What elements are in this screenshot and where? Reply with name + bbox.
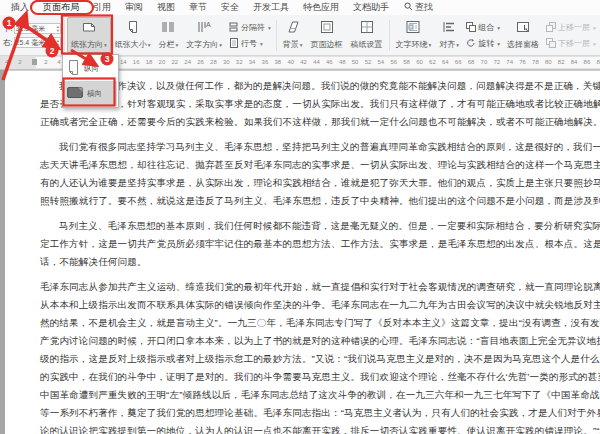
small-button-stack: 上移一层▾下移一层▾	[543, 17, 599, 54]
tab-章节[interactable]: 章节	[182, 0, 214, 15]
ruler-number: 60	[416, 59, 423, 65]
dropdown-arrow-icon: ▾	[219, 42, 222, 48]
ruler-number: 80	[545, 59, 552, 65]
ribbon-button-文字环绕[interactable]: 文字环绕▾	[392, 17, 436, 53]
ribbon-button-label: 下移一层	[558, 38, 590, 49]
tab-审阅[interactable]: 审阅	[118, 0, 150, 15]
ruler-number: 22	[171, 59, 178, 65]
margin-field-1: 右:25.4 毫米▴▾	[3, 37, 61, 48]
margin-field-stepper[interactable]: ▴▾	[57, 25, 59, 32]
document-text-line: 的实践中，在我们的斗争中，证明了是对的。我们的斗争需要马克思主义。我们欢迎这个理…	[40, 368, 600, 386]
icon-wrap	[285, 20, 301, 37]
document-text-line: 是否善于总结经验，针对客观现实，采取实事求是的态度，一切从实际出发。我们只有这样…	[40, 95, 600, 113]
ribbon-button-纸张大小[interactable]: 纸张大小▾	[111, 17, 155, 53]
icon-wrap	[405, 20, 421, 37]
menu-item-横向[interactable]: 横向	[64, 81, 117, 106]
margin-field-value: 31.8 毫米	[16, 24, 46, 34]
margin-field-input[interactable]: 31.8 毫米▴▾	[14, 23, 61, 34]
ribbon-button-组合[interactable]: 组合▾	[466, 22, 500, 34]
portrait-page-icon	[67, 59, 80, 78]
paragraph-2: 我们党有很多同志坚持学习马列主义、毛泽东思想，坚持把马列主义的普遍真理同革命实践…	[40, 138, 600, 210]
ruler-number: 32	[236, 59, 243, 65]
ribbon-button-文字方向[interactable]: A文字方向▾	[182, 17, 226, 53]
rotate-icon	[466, 38, 476, 50]
tab-特色应用[interactable]: 特色应用	[296, 0, 346, 15]
indent-marker[interactable]	[32, 59, 37, 65]
menu-item-纵向[interactable]: 纵向	[64, 56, 117, 81]
find-label: 查找	[415, 1, 433, 14]
ribbon-button-行号[interactable]: 行号▾	[229, 38, 271, 50]
dropdown-arrow-icon: ▾	[148, 42, 151, 48]
margin-field-stepper[interactable]: ▴▾	[57, 39, 59, 46]
move-down-layer-icon	[546, 38, 556, 50]
ribbon-button-分隔符[interactable]: 分隔符▾	[229, 22, 271, 34]
document-text-line: 马列主义、毛泽东思想的基本原则，我们任何时候都不能违背，这是毫无疑义的。但是，一…	[40, 217, 600, 235]
ruler-number: 78	[532, 59, 539, 65]
margin-field-input[interactable]: 25.4 毫米▴▾	[14, 37, 61, 48]
ribbon-button-稿纸设置[interactable]: 稿纸设置	[347, 17, 387, 53]
ruler-margin-number: 2	[18, 59, 21, 65]
ribbon-button-分栏[interactable]: 分栏▾	[155, 17, 183, 53]
ruler-number: 30	[223, 59, 230, 65]
tab-引用[interactable]: 引用	[86, 0, 118, 15]
paragraph-4: 毛泽东同志从参加共产主义运动、缔造我们党的最初年代开始，就一直提倡和实行对于社会…	[40, 278, 600, 434]
ruler-number: 58	[403, 59, 410, 65]
ruler-number: 52	[365, 59, 372, 65]
icon-wrap	[441, 20, 457, 37]
document-page[interactable]: 我们写报告，作决议，以及做任何工作，都为的是解决问题。我们说的做的究竟能不能解决…	[5, 70, 600, 434]
paragraph-1: 我们写报告，作决议，以及做任何工作，都为的是解决问题。我们说的做的究竟能不能解决…	[40, 77, 600, 131]
dropdown-arrow-icon: ▾	[593, 25, 596, 31]
ribbon-button-背景[interactable]: 背景▾	[279, 17, 307, 53]
group-separator	[389, 20, 390, 51]
ruler-number: 64	[442, 59, 449, 65]
margin-field-label: 下:	[3, 24, 13, 34]
tab-文档助手[interactable]: 文档助手	[346, 0, 396, 15]
ribbon-button-上移一层: 上移一层▾	[546, 22, 596, 34]
icon-wrap	[125, 20, 141, 37]
ruler-number: 36	[262, 59, 269, 65]
text-direction-icon: A	[196, 19, 212, 39]
dropdown-arrow-icon: ▾	[260, 41, 263, 47]
document-text-line: 从本本和上级指示出发而不联系具体实际的错误倾向作坚决的斗争。毛泽东同志在一九二九…	[40, 296, 600, 314]
ruler-number: 46	[326, 59, 333, 65]
section-break-icon	[229, 22, 239, 34]
ribbon-button-label: 行号	[241, 38, 257, 49]
ribbon-button-对齐[interactable]: 对齐▾	[435, 17, 463, 53]
group-objects-icon	[466, 22, 476, 34]
ruler-number: 34	[249, 59, 256, 65]
tab-插入[interactable]: 插入	[4, 0, 36, 15]
ruler-number: 66	[455, 59, 462, 65]
tab-视图[interactable]: 视图	[150, 0, 182, 15]
document-text-line: 志天天讲毛泽东思想，却往往忘记、抛弃甚至反对毛泽东同志的实事求是、一切从实际出发…	[40, 156, 600, 174]
document-text-line: 正确或者完全正确，还需要今后的实践来检验。如果我们不这样做，那我们就一定什么问题…	[40, 113, 600, 131]
line-number-icon	[229, 38, 239, 50]
document-text-line: 话，不能解决任何问题。	[40, 253, 600, 271]
find-button[interactable]: 查找	[404, 1, 433, 14]
ruler-number: 74	[506, 59, 513, 65]
wps-window: 插入页面布局引用审阅视图章节安全开发工具特色应用文档助手查找 下:31.8 毫米…	[0, 0, 600, 434]
small-button-stack: 分隔符▾行号▾	[226, 17, 274, 54]
dropdown-arrow-icon: ▾	[456, 42, 459, 48]
ribbon-button-label: 背景▾	[283, 39, 303, 50]
search-icon	[404, 2, 413, 13]
ribbon-button-纸张方向[interactable]: 纸张方向▾	[67, 17, 111, 53]
margin-field-0: 下:31.8 毫米▴▾	[3, 23, 61, 34]
ruler-number: 68	[468, 59, 475, 65]
tab-安全[interactable]: 安全	[214, 0, 246, 15]
ruler-number: 18	[146, 59, 153, 65]
document-text-line: 照转照搬就行了。要不然，就说这是违反了马列主义、毛泽东思想，违反了中央精神。他们…	[40, 192, 600, 210]
ribbon-button-页面边框[interactable]: 页面边框	[307, 17, 347, 53]
ruler-number: 40	[287, 59, 294, 65]
columns-icon	[160, 19, 176, 39]
ribbon-button-label: 文字方向▾	[186, 39, 222, 50]
ribbon-button-label: 分栏▾	[159, 39, 179, 50]
tab-开发工具[interactable]: 开发工具	[246, 0, 296, 15]
tab-页面布局[interactable]: 页面布局	[36, 0, 86, 15]
document-text-line: 中国革命遭到严重失败的王明“左”倾路线以后，毛泽东同志总结了这次斗争的教训，在一…	[40, 386, 600, 404]
document-text-line: 产党内讨论问题的时候，开口闭口拿本本来，以为上了书的就是对的这种错误的心理。毛泽…	[40, 332, 600, 350]
ribbon-button-选择窗格[interactable]: 选择窗格	[503, 17, 543, 53]
ribbon-button-label: 分隔符	[241, 22, 265, 33]
ribbon-button-label: 纸张大小▾	[115, 39, 151, 50]
ribbon-button-旋转[interactable]: 旋转▾	[466, 38, 500, 50]
document-text-line: 我们写报告，作决议，以及做任何工作，都为的是解决问题。我们说的做的究竟能不能解决…	[40, 77, 600, 95]
